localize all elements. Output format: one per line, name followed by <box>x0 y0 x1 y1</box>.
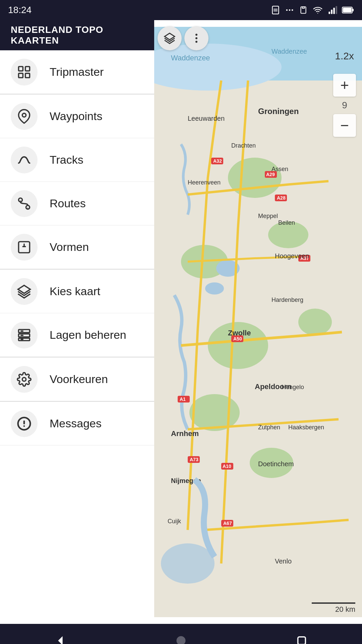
lagen-beheren-label: Lagen beheren <box>50 328 126 341</box>
svg-rect-13 <box>19 66 23 71</box>
settings-icon <box>17 372 32 387</box>
tripmaster-label: Tripmaster <box>50 65 104 78</box>
svg-point-3 <box>289 9 291 11</box>
clipboard-icon <box>299 5 308 15</box>
svg-text:Hengelo: Hengelo <box>282 384 304 390</box>
svg-point-82 <box>161 543 215 584</box>
sidebar-item-waypoints[interactable]: Waypoints <box>0 95 154 138</box>
main-container: NEDERLAND TOPO KAARTEN Tripmaster <box>0 20 362 624</box>
status-time: 18:24 <box>8 5 32 15</box>
svg-text:Hoogeveen: Hoogeveen <box>275 252 309 260</box>
shape-icon <box>17 240 32 255</box>
svg-text:A73: A73 <box>190 457 198 462</box>
wifi-dots-icon <box>285 5 294 15</box>
svg-text:Cuijk: Cuijk <box>168 518 181 525</box>
svg-point-27 <box>22 377 26 381</box>
svg-rect-6 <box>328 12 330 14</box>
svg-point-2 <box>286 9 288 11</box>
svg-text:Haaksbergen: Haaksbergen <box>288 424 324 431</box>
zoom-in-button[interactable]: + <box>333 74 356 97</box>
home-button[interactable] <box>168 627 194 644</box>
svg-point-86 <box>195 41 197 43</box>
sidebar-item-kies-kaart[interactable]: Kies kaart <box>0 270 154 313</box>
manage-layers-icon-wrapper <box>11 322 38 348</box>
layers-icon-wrapper <box>11 278 38 305</box>
sidebar: NEDERLAND TOPO KAARTEN Tripmaster <box>0 20 154 624</box>
svg-text:Groningen: Groningen <box>258 107 299 116</box>
svg-rect-16 <box>25 73 30 77</box>
svg-text:Hardenberg: Hardenberg <box>272 297 303 303</box>
tracks-label: Tracks <box>50 153 83 166</box>
sidebar-item-tracks[interactable]: Tracks <box>0 138 154 182</box>
svg-point-42 <box>205 282 224 294</box>
svg-point-38 <box>298 309 332 335</box>
svg-rect-26 <box>19 338 30 340</box>
recents-button[interactable] <box>288 627 315 644</box>
svg-text:Doetinchem: Doetinchem <box>258 460 294 468</box>
svg-rect-14 <box>25 66 30 71</box>
sidebar-item-tripmaster[interactable]: Tripmaster <box>0 50 154 94</box>
svg-text:Meppel: Meppel <box>258 213 278 219</box>
manage-layers-icon <box>17 328 32 342</box>
sidebar-item-routes[interactable]: A B Routes <box>0 182 154 225</box>
svg-rect-89 <box>298 637 306 644</box>
zoom-out-button[interactable]: − <box>333 114 356 137</box>
map-container[interactable]: Waddenzee Waddenzee A32 A28 A37 A50 A1 A… <box>154 20 362 624</box>
sidebar-item-messages[interactable]: Messages <box>0 402 154 445</box>
grid-icon <box>17 65 32 79</box>
svg-text:Drachten: Drachten <box>231 142 256 149</box>
back-button[interactable] <box>47 627 74 644</box>
back-icon <box>54 634 67 644</box>
sim-icon <box>271 5 280 15</box>
svg-rect-1 <box>274 8 278 11</box>
svg-point-17 <box>22 113 26 117</box>
svg-text:A67: A67 <box>223 521 232 526</box>
svg-rect-7 <box>331 10 333 14</box>
vormen-label: Vormen <box>50 240 89 254</box>
more-button[interactable] <box>184 26 208 50</box>
svg-text:A29: A29 <box>266 172 275 177</box>
recents-icon <box>296 635 307 644</box>
svg-text:Waddenzee: Waddenzee <box>272 48 307 55</box>
pin-icon <box>17 109 32 124</box>
wifi-icon <box>312 5 323 15</box>
zoom-controls: + 9 − <box>333 74 356 137</box>
scale-line <box>312 602 355 604</box>
messages-label: Messages <box>50 417 102 430</box>
svg-text:Waddenzee: Waddenzee <box>171 54 210 62</box>
pin-icon-wrapper <box>11 103 38 130</box>
svg-point-4 <box>292 9 293 11</box>
sidebar-title: NEDERLAND TOPO KAARTEN <box>11 24 143 46</box>
layers-icon <box>17 284 32 299</box>
track-icon <box>17 153 32 167</box>
svg-text:Beilen: Beilen <box>278 219 295 226</box>
map-toolbar <box>158 26 208 50</box>
sidebar-item-vormen[interactable]: Vormen <box>0 225 154 269</box>
status-icons <box>271 5 354 15</box>
svg-text:A1: A1 <box>180 396 186 402</box>
svg-rect-15 <box>19 73 23 77</box>
zoom-number: 9 <box>333 99 356 112</box>
alert-icon <box>17 416 32 431</box>
svg-text:Zutphen: Zutphen <box>258 424 280 431</box>
svg-point-84 <box>195 34 197 36</box>
nav-bar <box>0 624 362 644</box>
zoom-level: 1.2x <box>335 50 354 62</box>
layers-button[interactable] <box>158 26 182 50</box>
svg-rect-24 <box>19 329 30 332</box>
battery-icon <box>342 6 354 14</box>
svg-marker-87 <box>58 636 62 644</box>
sidebar-header: NEDERLAND TOPO KAARTEN <box>0 20 154 50</box>
sidebar-item-voorkeuren[interactable]: Voorkeuren <box>0 358 154 401</box>
svg-rect-12 <box>352 9 354 11</box>
sidebar-item-lagen-beheren[interactable]: Lagen beheren <box>0 313 154 357</box>
home-icon <box>175 635 187 644</box>
svg-rect-25 <box>19 334 30 337</box>
track-icon-wrapper <box>11 147 38 173</box>
svg-text:Venlo: Venlo <box>275 557 292 565</box>
more-icon <box>191 32 201 44</box>
kies-kaart-label: Kies kaart <box>50 285 100 298</box>
svg-text:Zwolle: Zwolle <box>228 329 251 337</box>
svg-text:Arnhem: Arnhem <box>171 429 199 438</box>
svg-text:B: B <box>27 207 28 210</box>
